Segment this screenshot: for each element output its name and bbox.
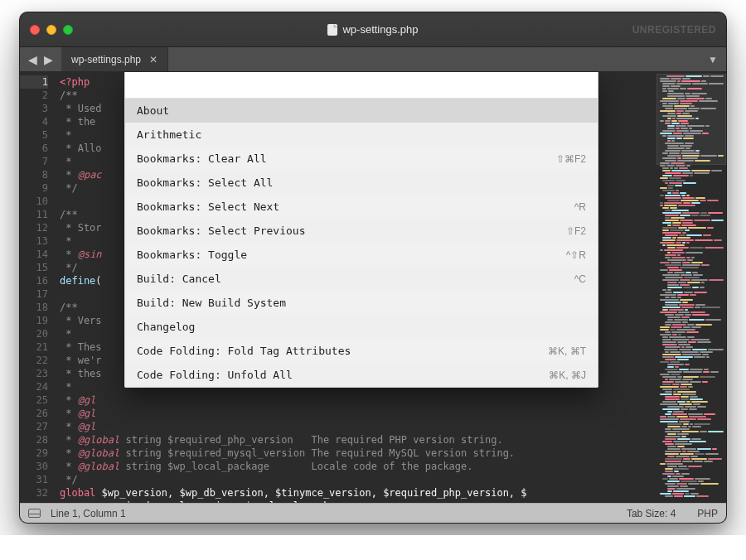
- line-number: 32: [20, 486, 48, 500]
- code-line[interactable]: * @gl: [60, 393, 656, 407]
- palette-item-label: Arithmetic: [137, 128, 201, 142]
- palette-item-label: Bookmarks: Select Previous: [137, 224, 306, 238]
- code-line[interactable]: * @global string $required_php_version T…: [60, 433, 656, 447]
- line-number-gutter: 1234567891011121314151617181920212223242…: [20, 72, 55, 503]
- code-line[interactable]: * @global string $wp_local_package Local…: [60, 460, 656, 473]
- minimap-viewport[interactable]: [656, 74, 726, 165]
- palette-item[interactable]: Build: Cancel^C: [125, 267, 598, 291]
- line-number: 17: [20, 287, 48, 301]
- editor-body: 1234567891011121314151617181920212223242…: [20, 72, 726, 503]
- palette-item-shortcut: ⇧⌘F2: [556, 152, 586, 166]
- line-number: 25: [20, 393, 48, 407]
- editor-window: wp-settings.php UNREGISTERED ◀ ▶ wp-sett…: [19, 12, 727, 524]
- palette-item-label: About: [137, 104, 169, 118]
- line-number: 1: [20, 75, 48, 89]
- line-number: 21: [20, 340, 48, 354]
- nav-forward-icon[interactable]: ▶: [44, 53, 53, 66]
- nav-back-icon[interactable]: ◀: [28, 53, 37, 66]
- window-close-button[interactable]: [30, 25, 40, 35]
- nav-arrows: ◀ ▶: [20, 47, 61, 71]
- palette-item-label: Bookmarks: Clear All: [137, 152, 267, 166]
- line-number: 15: [20, 261, 48, 274]
- palette-item-label: Build: Cancel: [137, 273, 221, 286]
- code-line[interactable]: * @gl: [60, 420, 656, 433]
- command-palette: AboutArithmeticBookmarks: Clear All⇧⌘F2B…: [124, 72, 598, 388]
- line-number: 23: [20, 367, 48, 380]
- panel-toggle-icon[interactable]: [28, 509, 41, 518]
- code-line[interactable]: * @gl: [60, 407, 656, 420]
- tab-label: wp-settings.php: [71, 54, 141, 65]
- palette-item-label: Bookmarks: Toggle: [137, 249, 247, 262]
- line-number: 8: [20, 168, 48, 181]
- titlebar: wp-settings.php UNREGISTERED: [20, 12, 726, 47]
- palette-item-shortcut: ^C: [574, 273, 586, 286]
- tab-close-icon[interactable]: ✕: [149, 54, 157, 65]
- status-cursor-position[interactable]: Line 1, Column 1: [51, 508, 126, 519]
- line-number: 20: [20, 327, 48, 340]
- window-title-text: wp-settings.php: [342, 23, 418, 36]
- line-number: 18: [20, 301, 48, 314]
- tabs-dropdown-icon[interactable]: ▼: [708, 54, 718, 65]
- line-number: 10: [20, 195, 48, 208]
- minimap[interactable]: [656, 72, 726, 503]
- line-number: 12: [20, 221, 48, 234]
- line-number: [20, 500, 48, 503]
- palette-item-shortcut: ⇧F2: [566, 224, 586, 238]
- document-icon: [327, 24, 337, 36]
- palette-item[interactable]: Bookmarks: Select Next^R: [125, 195, 598, 219]
- editor-area: 1234567891011121314151617181920212223242…: [20, 72, 656, 503]
- palette-item-shortcut: ^R: [574, 200, 586, 214]
- line-number: 11: [20, 208, 48, 221]
- line-number: 9: [20, 181, 48, 195]
- window-title: wp-settings.php: [20, 23, 726, 36]
- palette-item[interactable]: Changelog: [125, 315, 598, 339]
- window-maximize-button[interactable]: [63, 25, 73, 35]
- line-number: 30: [20, 460, 48, 473]
- code-line[interactable]: global $wp_version, $wp_db_version, $tin…: [60, 486, 656, 500]
- code-line[interactable]: */: [60, 473, 656, 486]
- line-number: 29: [20, 447, 48, 460]
- line-number: 22: [20, 354, 48, 367]
- line-number: 28: [20, 433, 48, 447]
- palette-item[interactable]: Bookmarks: Select Previous⇧F2: [125, 219, 598, 243]
- palette-item[interactable]: Bookmarks: Toggle^⇧R: [125, 243, 598, 267]
- palette-item-label: Code Folding: Unfold All: [137, 369, 293, 382]
- palette-item[interactable]: Arithmetic: [125, 123, 598, 147]
- palette-item-shortcut: ⌘K, ⌘J: [549, 369, 586, 382]
- line-number: 19: [20, 314, 48, 327]
- traffic-lights: [30, 25, 73, 35]
- line-number: 27: [20, 420, 48, 433]
- command-palette-list: AboutArithmeticBookmarks: Clear All⇧⌘F2B…: [125, 99, 598, 387]
- line-number: 24: [20, 380, 48, 393]
- window-minimize-button[interactable]: [46, 25, 56, 35]
- palette-item-label: Bookmarks: Select Next: [137, 200, 279, 214]
- status-language[interactable]: PHP: [697, 508, 718, 519]
- status-bar: Line 1, Column 1 Tab Size: 4 PHP: [20, 503, 726, 523]
- palette-item[interactable]: About: [125, 99, 598, 123]
- code-line[interactable]: * @global string $required_mysql_version…: [60, 447, 656, 460]
- palette-item-label: Code Folding: Fold Tag Attributes: [137, 345, 351, 358]
- line-number: 4: [20, 115, 48, 128]
- palette-item[interactable]: Code Folding: Fold Tag Attributes⌘K, ⌘T: [125, 339, 598, 363]
- code-line[interactable]: required_mysql_version, $wp_local_packag…: [60, 500, 656, 503]
- palette-item-label: Changelog: [137, 321, 195, 334]
- line-number: 5: [20, 128, 48, 142]
- line-number: 13: [20, 234, 48, 248]
- line-number: 2: [20, 89, 48, 102]
- line-number: 26: [20, 407, 48, 420]
- line-number: 7: [20, 155, 48, 168]
- palette-item-label: Bookmarks: Select All: [137, 176, 273, 190]
- palette-item[interactable]: Bookmarks: Clear All⇧⌘F2: [125, 147, 598, 171]
- line-number: 3: [20, 102, 48, 115]
- line-number: 6: [20, 142, 48, 155]
- line-number: 14: [20, 248, 48, 261]
- status-tab-size[interactable]: Tab Size: 4: [627, 508, 676, 519]
- line-number: 16: [20, 274, 48, 287]
- palette-item[interactable]: Bookmarks: Select All: [125, 171, 598, 195]
- palette-item[interactable]: Code Folding: Unfold All⌘K, ⌘J: [125, 363, 598, 387]
- palette-item[interactable]: Build: New Build System: [125, 291, 598, 315]
- palette-item-label: Build: New Build System: [137, 297, 286, 310]
- palette-item-shortcut: ⌘K, ⌘T: [548, 345, 586, 358]
- tab-active[interactable]: wp-settings.php ✕: [61, 47, 168, 71]
- command-palette-input[interactable]: [125, 72, 598, 99]
